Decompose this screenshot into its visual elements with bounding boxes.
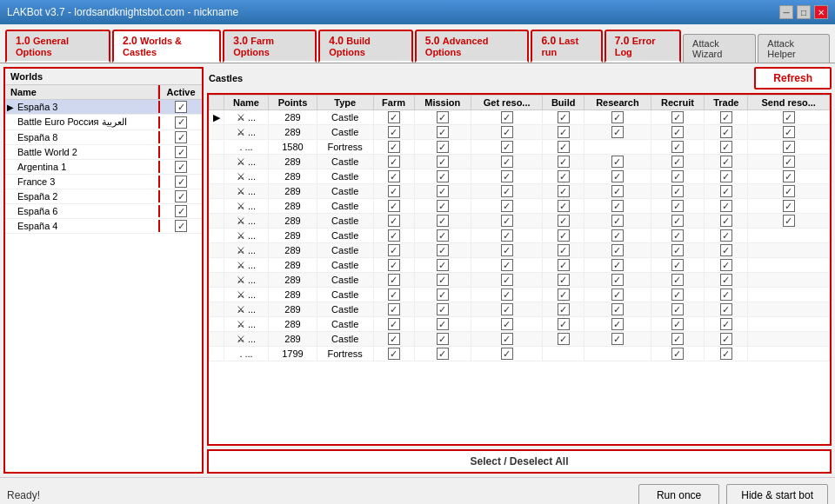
- castle-mission-cell[interactable]: [414, 155, 471, 169]
- castle-research-checkbox[interactable]: [611, 229, 624, 242]
- castle-build-cell[interactable]: [543, 110, 584, 125]
- castle-farm-checkbox[interactable]: [388, 244, 400, 256]
- castle-farm-cell[interactable]: [373, 258, 414, 273]
- castle-recruit-cell[interactable]: [651, 273, 704, 288]
- castle-trade-checkbox[interactable]: [720, 348, 732, 360]
- world-row[interactable]: ▶España 3: [5, 100, 202, 115]
- castle-recruit-checkbox[interactable]: [671, 200, 684, 212]
- castle-mission-cell[interactable]: [414, 288, 471, 302]
- castle-trade-checkbox[interactable]: [720, 141, 732, 153]
- castle-recruit-cell[interactable]: [651, 229, 704, 243]
- tab-advanced[interactable]: 5.0 Advanced Options: [415, 30, 530, 63]
- castle-recruit-cell[interactable]: [651, 155, 704, 169]
- close-btn[interactable]: ✕: [814, 5, 828, 19]
- castle-sendreso-cell[interactable]: [748, 258, 830, 273]
- castle-trade-cell[interactable]: [705, 302, 748, 317]
- castle-trade-cell[interactable]: [705, 184, 748, 199]
- castle-sendreso-checkbox[interactable]: [783, 156, 795, 168]
- castle-farm-cell[interactable]: [373, 125, 414, 140]
- castle-farm-checkbox[interactable]: [388, 111, 400, 123]
- castle-recruit-checkbox[interactable]: [671, 215, 684, 227]
- castle-trade-checkbox[interactable]: [720, 156, 732, 168]
- castle-recruit-checkbox[interactable]: [671, 348, 684, 360]
- castle-getreso-cell[interactable]: [471, 258, 542, 273]
- castle-recruit-cell[interactable]: [651, 125, 704, 140]
- castle-sendreso-cell[interactable]: [748, 302, 830, 317]
- castle-build-checkbox[interactable]: [558, 156, 570, 168]
- castle-farm-checkbox[interactable]: [388, 318, 400, 330]
- castle-mission-checkbox[interactable]: [437, 215, 449, 227]
- castle-build-cell[interactable]: [543, 332, 584, 347]
- world-active-checkbox[interactable]: [175, 146, 187, 158]
- castle-farm-checkbox[interactable]: [388, 274, 400, 286]
- castle-build-cell[interactable]: [543, 229, 584, 243]
- castle-farm-cell[interactable]: [373, 332, 414, 347]
- castle-sendreso-cell[interactable]: [748, 332, 830, 347]
- castle-farm-cell[interactable]: [373, 169, 414, 184]
- castle-build-checkbox[interactable]: [558, 259, 570, 271]
- castle-farm-cell[interactable]: [373, 155, 414, 169]
- tab-lastrun[interactable]: 6.0 Last run: [531, 30, 602, 63]
- castle-getreso-cell[interactable]: [471, 110, 542, 125]
- run-once-button[interactable]: Run once: [638, 484, 719, 505]
- castle-getreso-checkbox[interactable]: [501, 111, 513, 123]
- castle-recruit-cell[interactable]: [651, 347, 704, 361]
- castle-farm-checkbox[interactable]: [388, 200, 400, 212]
- castle-trade-checkbox[interactable]: [720, 229, 732, 242]
- castle-recruit-cell[interactable]: [651, 317, 704, 332]
- castle-build-checkbox[interactable]: [558, 111, 570, 123]
- castle-farm-cell[interactable]: [373, 199, 414, 214]
- castle-farm-checkbox[interactable]: [388, 348, 400, 360]
- castle-research-cell[interactable]: [584, 317, 651, 332]
- castle-mission-cell[interactable]: [414, 229, 471, 243]
- castle-recruit-checkbox[interactable]: [671, 141, 684, 153]
- world-row[interactable]: Battle World 2: [5, 145, 202, 160]
- castle-mission-checkbox[interactable]: [437, 170, 449, 182]
- castle-mission-checkbox[interactable]: [437, 318, 449, 330]
- castle-recruit-checkbox[interactable]: [671, 229, 684, 242]
- castle-build-checkbox[interactable]: [558, 318, 570, 330]
- castle-getreso-checkbox[interactable]: [501, 156, 513, 168]
- castle-getreso-checkbox[interactable]: [501, 303, 513, 315]
- castle-trade-cell[interactable]: [705, 332, 748, 347]
- castle-sendreso-cell[interactable]: [748, 169, 830, 184]
- world-active-checkbox[interactable]: [175, 220, 187, 232]
- castle-getreso-checkbox[interactable]: [501, 185, 513, 197]
- castle-getreso-checkbox[interactable]: [501, 348, 513, 360]
- castle-getreso-cell[interactable]: [471, 184, 542, 199]
- castle-recruit-cell[interactable]: [651, 184, 704, 199]
- castle-farm-cell[interactable]: [373, 302, 414, 317]
- castle-recruit-checkbox[interactable]: [671, 156, 684, 168]
- castle-recruit-checkbox[interactable]: [671, 126, 684, 138]
- world-active-checkbox[interactable]: [175, 190, 187, 202]
- castle-trade-checkbox[interactable]: [720, 244, 732, 256]
- castle-build-cell[interactable]: [543, 155, 584, 169]
- castle-trade-checkbox[interactable]: [720, 111, 732, 123]
- castle-research-cell[interactable]: [584, 199, 651, 214]
- castle-sendreso-cell[interactable]: [748, 155, 830, 169]
- castle-recruit-cell[interactable]: [651, 288, 704, 302]
- castle-research-checkbox[interactable]: [611, 215, 624, 227]
- castle-mission-checkbox[interactable]: [437, 141, 449, 153]
- castle-getreso-cell[interactable]: [471, 140, 542, 155]
- castle-trade-cell[interactable]: [705, 258, 748, 273]
- castle-mission-checkbox[interactable]: [437, 259, 449, 271]
- castle-recruit-cell[interactable]: [651, 243, 704, 258]
- tab-worlds[interactable]: 2.0 Worlds & Castles: [112, 30, 221, 63]
- castle-sendreso-cell[interactable]: [748, 110, 830, 125]
- castle-sendreso-cell[interactable]: [748, 288, 830, 302]
- castle-build-cell[interactable]: [543, 140, 584, 155]
- castle-farm-checkbox[interactable]: [388, 141, 400, 153]
- castle-mission-checkbox[interactable]: [437, 185, 449, 197]
- castle-mission-checkbox[interactable]: [437, 111, 449, 123]
- castle-trade-cell[interactable]: [705, 347, 748, 361]
- castle-research-checkbox[interactable]: [611, 111, 624, 123]
- castle-research-checkbox[interactable]: [611, 170, 624, 182]
- castle-build-cell[interactable]: [543, 169, 584, 184]
- castle-research-cell[interactable]: [584, 243, 651, 258]
- castle-mission-cell[interactable]: [414, 214, 471, 229]
- castle-sendreso-cell[interactable]: [748, 243, 830, 258]
- castle-getreso-checkbox[interactable]: [501, 141, 513, 153]
- castle-getreso-checkbox[interactable]: [501, 244, 513, 256]
- castle-getreso-cell[interactable]: [471, 332, 542, 347]
